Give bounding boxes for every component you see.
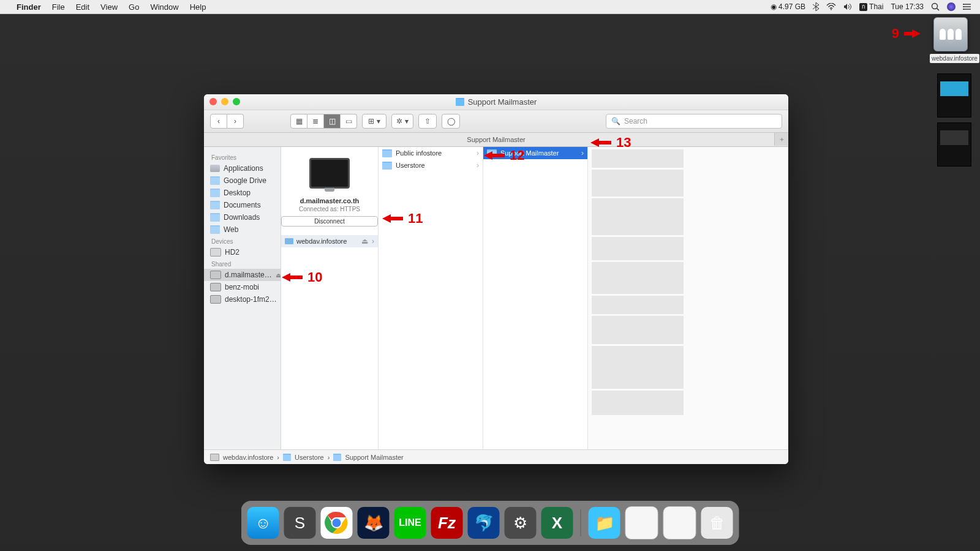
back-button[interactable]: ‹	[210, 114, 227, 129]
siri-icon[interactable]	[943, 2, 959, 11]
traffic-lights	[209, 98, 240, 105]
sidebar-item-dmailmaster[interactable]: d.mailmaste…⏏	[204, 269, 281, 281]
svg-point-8	[963, 9, 964, 10]
eject-icon[interactable]: ⏏	[361, 237, 368, 246]
dock-firefox[interactable]: 🦊	[358, 507, 390, 539]
folder-icon	[333, 454, 341, 461]
folder-icon	[382, 162, 392, 170]
chevron-right-icon: ›	[372, 237, 374, 246]
sidebar-item-downloads[interactable]: Downloads	[204, 211, 281, 223]
window-title: Support Mailmaster	[468, 97, 537, 107]
sidebar-item-documents[interactable]: Documents	[204, 199, 281, 211]
arrange-button[interactable]: ⊞ ▾	[362, 114, 386, 129]
sidebar-item-benz-mobi[interactable]: benz-mobi	[204, 281, 281, 293]
sidebar-item-hd2[interactable]: HD2	[204, 246, 281, 258]
preview-blurred	[592, 149, 684, 444]
dock-trash[interactable]: 🗑	[701, 507, 733, 539]
dock-line[interactable]: LINE	[394, 507, 426, 539]
dock-minimized-window-1[interactable]	[625, 506, 658, 539]
path-seg-2[interactable]: Support Mailmaster	[345, 454, 403, 461]
sidebar-item-google-drive[interactable]: Google Drive	[204, 174, 281, 187]
svg-point-0	[831, 9, 832, 10]
menu-edit[interactable]: Edit	[70, 2, 95, 12]
spotlight-icon[interactable]	[927, 2, 943, 11]
eject-icon[interactable]: ⏏	[276, 272, 281, 279]
menu-help[interactable]: Help	[184, 2, 212, 12]
disconnect-button[interactable]: Disconnect	[281, 216, 378, 227]
dock-sublime[interactable]: S	[284, 507, 316, 539]
svg-point-1	[932, 4, 938, 9]
column-2: Support Mailmaster›	[483, 147, 588, 449]
network-share-icon	[933, 17, 968, 51]
list-view-button[interactable]: ≣	[307, 114, 324, 129]
dock-excel[interactable]: X	[541, 507, 573, 539]
window-titlebar[interactable]: Support Mailmaster	[204, 94, 788, 110]
column-view-button[interactable]: ◫	[324, 114, 341, 129]
path-seg-1[interactable]: Userstore	[295, 454, 324, 461]
sidebar-item-desktop[interactable]: Desktop	[204, 187, 281, 199]
search-icon: 🔍	[611, 117, 620, 126]
desktop-drive-label: webdav.infostore	[930, 54, 979, 63]
server-icon	[309, 158, 350, 189]
column-drive-row[interactable]: webdav.infostore⏏›	[281, 235, 378, 247]
gallery-view-button[interactable]: ▭	[341, 114, 357, 129]
share-button[interactable]: ⇧	[418, 114, 437, 129]
annotation-9: 9	[892, 26, 925, 42]
input-source-menuitem[interactable]: ก Thai	[856, 2, 887, 11]
sidebar-section-devices: Devices	[204, 236, 281, 246]
folder-userstore[interactable]: Userstore›	[379, 159, 483, 171]
dock-system-preferences[interactable]: ⚙	[505, 507, 537, 539]
chevron-right-icon: ›	[477, 161, 479, 170]
tab-active[interactable]: Support Mailmaster	[467, 136, 525, 143]
dock-downloads[interactable]: 📁	[589, 507, 620, 539]
view-switcher: ▦ ≣ ◫ ▭	[290, 114, 357, 129]
sidebar-section-shared: Shared	[204, 258, 281, 269]
sidebar-item-applications[interactable]: Applications	[204, 162, 281, 174]
bluetooth-icon[interactable]	[809, 2, 823, 11]
volume-icon[interactable]	[840, 3, 856, 10]
menu-window[interactable]: Window	[145, 2, 184, 12]
wifi-icon[interactable]	[823, 3, 840, 10]
chevron-right-icon: ›	[477, 149, 479, 157]
annotation-11: 11	[382, 211, 423, 227]
finder-sidebar: Favorites Applications Google Drive Desk…	[204, 147, 281, 449]
search-field[interactable]: 🔍Search	[606, 114, 782, 129]
disk-usage-menuitem[interactable]: ◉ 4.97 GB	[767, 2, 809, 11]
chevron-right-icon: ›	[581, 149, 584, 157]
dock-filezilla[interactable]: Fz	[431, 507, 463, 539]
dock-finder[interactable]: ☺	[247, 507, 279, 539]
column-browser: d.mailmaster.co.th Connected as: HTTPS D…	[281, 147, 788, 449]
tab-bar: Support Mailmaster ＋	[204, 133, 788, 147]
menu-go[interactable]: Go	[123, 2, 145, 12]
desktop-thumbnail-1[interactable]	[937, 73, 971, 118]
finder-toolbar: ‹ › ▦ ≣ ◫ ▭ ⊞ ▾ ✲ ▾ ⇧ ◯ 🔍Search	[204, 110, 788, 133]
server-status: Connected as: HTTPS	[281, 206, 378, 212]
close-button[interactable]	[209, 98, 217, 105]
clock-menuitem[interactable]: Tue 17:33	[887, 2, 927, 11]
forward-button[interactable]: ›	[227, 114, 244, 129]
path-bar: webdav.infostore› Userstore› Support Mai…	[204, 449, 788, 464]
sidebar-item-desktop-1fm2[interactable]: desktop-1fm2…	[204, 293, 281, 305]
svg-point-7	[963, 6, 964, 7]
folder-public-infostore[interactable]: Public infostore›	[379, 147, 483, 159]
action-button[interactable]: ✲ ▾	[391, 114, 413, 129]
dock-sequelpro[interactable]: 🐬	[468, 507, 500, 539]
svg-point-6	[963, 4, 964, 5]
menu-app-name[interactable]: Finder	[11, 2, 47, 12]
menu-file[interactable]: File	[47, 2, 70, 12]
column-1: Public infostore› Userstore›	[379, 147, 483, 449]
tags-button[interactable]: ◯	[442, 114, 460, 129]
desktop-thumbnail-2[interactable]	[937, 122, 971, 167]
path-seg-0[interactable]: webdav.infostore	[223, 454, 273, 461]
new-tab-button[interactable]: ＋	[774, 133, 788, 146]
dock-chrome[interactable]	[321, 507, 353, 539]
zoom-button[interactable]	[233, 98, 240, 105]
icon-view-button[interactable]: ▦	[290, 114, 307, 129]
sidebar-item-web[interactable]: Web	[204, 223, 281, 236]
minimize-button[interactable]	[221, 98, 228, 105]
dock-minimized-window-2[interactable]	[663, 506, 696, 539]
menu-view[interactable]: View	[95, 2, 123, 12]
notification-center-icon[interactable]	[959, 3, 975, 10]
desktop-network-drive[interactable]: webdav.infostore	[930, 17, 971, 63]
dock: ☺ S 🦊 LINE Fz 🐬 ⚙ X 📁 🗑	[241, 501, 739, 545]
